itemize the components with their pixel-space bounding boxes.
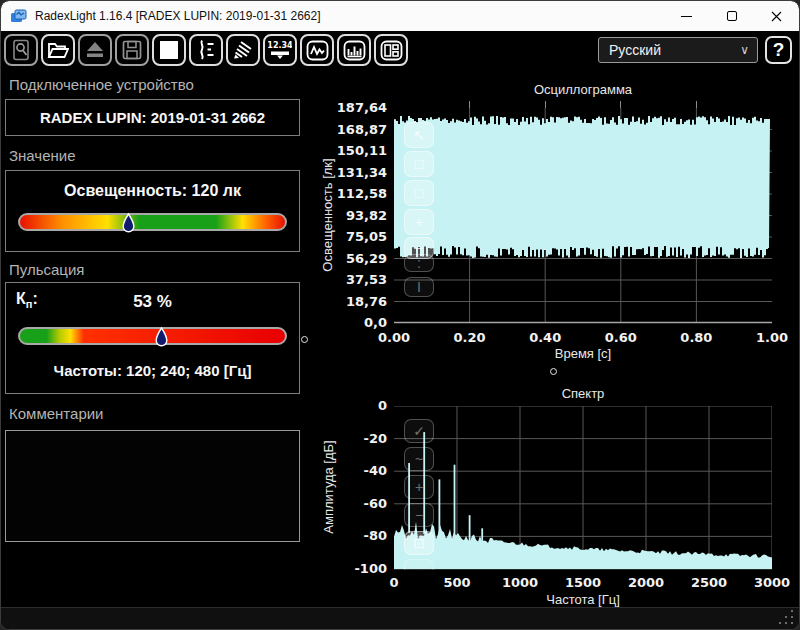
close-button[interactable] bbox=[754, 1, 799, 31]
oscillogram-view-button[interactable] bbox=[300, 34, 334, 66]
record-waveform-icon bbox=[195, 39, 217, 61]
value-box: Освещенность: 120 лк bbox=[5, 170, 300, 252]
close-icon bbox=[771, 11, 782, 22]
pulsation-frequencies: Частоты: 120; 240; 480 [Гц] bbox=[6, 362, 299, 379]
layout-view-icon bbox=[380, 40, 403, 61]
value-section-header: Значение bbox=[5, 146, 300, 166]
toolbar: 12.34 bbox=[1, 31, 799, 69]
open-file-button[interactable] bbox=[41, 34, 75, 66]
title-bar: RadexLight 1.16.4 [RADEX LUPIN: 2019-01-… bbox=[1, 1, 799, 31]
pulsation-section-header: Пульсация bbox=[5, 260, 300, 280]
minimize-button[interactable] bbox=[664, 1, 709, 31]
preview-document-icon bbox=[11, 39, 31, 61]
chart-zoom-in-button[interactable]: + bbox=[404, 209, 434, 235]
maximize-icon bbox=[727, 11, 737, 21]
spectrum-title: Спектр bbox=[394, 386, 772, 401]
digital-display-icon: 12.34 bbox=[268, 39, 292, 61]
left-panel: Подключенное устройство RADEX LUPIN: 201… bbox=[5, 75, 300, 546]
minimize-icon bbox=[681, 16, 692, 17]
chart-scale-button[interactable]: I bbox=[404, 277, 434, 297]
eject-icon bbox=[85, 40, 105, 60]
svg-text:12.34: 12.34 bbox=[268, 41, 292, 50]
digits-view-button[interactable]: 12.34 bbox=[263, 34, 297, 66]
chart-check-button[interactable]: ✓ bbox=[404, 419, 434, 443]
chart-zoom-out-button[interactable]: − bbox=[404, 503, 434, 527]
comments-section-header: Комментарии bbox=[5, 404, 300, 424]
stop-button[interactable] bbox=[152, 34, 186, 66]
horizontal-splitter-handle[interactable] bbox=[550, 368, 557, 375]
chart-zoom-reset-button[interactable]: ↖ bbox=[404, 122, 434, 148]
chart-wave-button[interactable]: ~ bbox=[404, 447, 434, 471]
oscillogram-x-axis-label: Время [с] bbox=[394, 346, 772, 361]
layout-view-button[interactable] bbox=[374, 34, 408, 66]
window-title: RadexLight 1.16.4 [RADEX LUPIN: 2019-01-… bbox=[35, 9, 321, 23]
pulsation-gauge bbox=[18, 327, 287, 345]
spectrum-view-button[interactable] bbox=[337, 34, 371, 66]
device-name: RADEX LUPIN: 2019-01-31 2662 bbox=[40, 109, 265, 126]
resize-grip[interactable] bbox=[775, 608, 795, 626]
preview-button[interactable] bbox=[4, 34, 38, 66]
status-bar bbox=[1, 607, 799, 629]
chart-pan-button[interactable]: ⊡ bbox=[404, 531, 434, 555]
help-icon: ? bbox=[773, 39, 785, 61]
eject-device-button[interactable] bbox=[78, 34, 112, 66]
app-icon bbox=[10, 9, 27, 24]
light-rays-icon bbox=[232, 39, 254, 61]
device-section-header: Подключенное устройство bbox=[5, 75, 300, 95]
chevron-down-icon: ∨ bbox=[740, 43, 749, 57]
spectrum-view-icon bbox=[343, 40, 366, 61]
record-button[interactable] bbox=[189, 34, 223, 66]
oscillogram-plot[interactable]: ↖ □ □ + − : I bbox=[394, 108, 772, 324]
chart-frame-button[interactable]: □ bbox=[404, 180, 434, 206]
language-value: Русский bbox=[609, 42, 661, 58]
save-button[interactable] bbox=[115, 34, 149, 66]
illuminance-gauge bbox=[18, 213, 287, 231]
help-button[interactable]: ? bbox=[765, 36, 792, 64]
chart-fit-button[interactable]: □ bbox=[404, 151, 434, 177]
radexlight-window: RadexLight 1.16.4 [RADEX LUPIN: 2019-01-… bbox=[0, 0, 800, 630]
vertical-splitter-handle[interactable] bbox=[301, 336, 308, 343]
open-folder-icon bbox=[47, 40, 69, 60]
chart-zoom-in-button[interactable]: + bbox=[404, 475, 434, 499]
device-box: RADEX LUPIN: 2019-01-31 2662 bbox=[5, 99, 300, 136]
pulsation-marker-icon bbox=[155, 326, 168, 349]
oscillogram-title: Осциллограмма bbox=[394, 82, 772, 97]
pulsation-box: Кп: 53 % Частоты: 120; 240; 480 [Гц] bbox=[5, 282, 300, 394]
kp-label: Кп: bbox=[16, 290, 38, 310]
oscillogram-y-ticks: 187,64168,87150,11131,34112,5893,8275,05… bbox=[317, 108, 387, 323]
oscillogram-view-icon bbox=[306, 40, 329, 61]
spectrum-x-axis-label: Частота [Гц] bbox=[394, 592, 772, 607]
spectrum-plot[interactable]: ✓ ~ + − ⊡ · bbox=[394, 406, 772, 570]
illuminance-marker-icon bbox=[122, 212, 135, 235]
comments-input[interactable] bbox=[5, 430, 300, 542]
sensor-button[interactable] bbox=[226, 34, 260, 66]
spectrum-y-ticks: 0-20-40-60-80-100 bbox=[317, 406, 387, 569]
chart-extra-button[interactable]: · bbox=[404, 559, 434, 570]
illuminance-value: Освещенность: 120 лк bbox=[6, 182, 299, 200]
language-select[interactable]: Русский ∨ bbox=[598, 37, 758, 63]
stop-icon bbox=[159, 40, 179, 60]
chart-cursor-button[interactable]: : bbox=[404, 254, 434, 272]
kp-value: 53 % bbox=[6, 292, 299, 312]
maximize-button[interactable] bbox=[709, 1, 754, 31]
save-icon bbox=[122, 40, 142, 60]
